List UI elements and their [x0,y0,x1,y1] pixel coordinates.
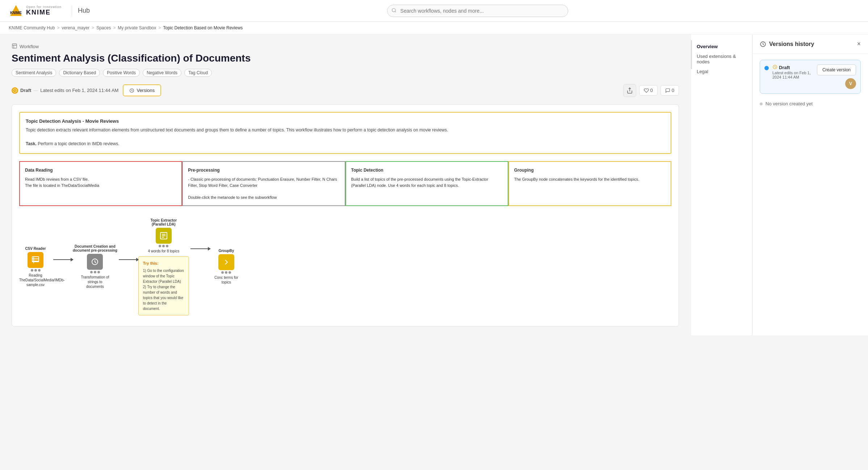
svg-text:KNIME: KNIME [10,11,22,14]
draft-separator: — [33,88,38,93]
workflow-canvas: Topic Detection Analysis - Movie Reviews… [12,104,679,327]
breadcrumb-sep-1: > [57,25,59,30]
pipeline-box-grouping: Grouping The GroupBy node concatenates t… [508,161,671,206]
tag-sentiment[interactable]: Sentiment Analysis [12,69,56,77]
no-version-text: No version created yet [766,101,813,106]
versions-button[interactable]: Versions [123,84,161,96]
node-topic-icon[interactable] [156,228,172,244]
version-info: Draft Latest edits on Feb 1, 2024 11:44 … [772,64,813,79]
breadcrumb-sep-4: > [158,25,161,30]
node-topic-extractor: Topic Extractor(Parallel LDA) 4 words fo… [148,218,179,253]
draft-label: Draft [20,88,31,93]
close-panel-button[interactable]: × [857,40,861,48]
pipeline-text-grouping: The GroupBy node concatenates the keywor… [514,176,666,182]
breadcrumb-item-hub[interactable]: KNIME Community Hub [9,25,55,30]
node-groupby-label: Conc terms for topics [210,275,243,285]
pipeline-title-reading: Data Reading [25,167,176,173]
try-this-box: Try this: 1) Go to the configuration win… [138,256,189,315]
search-input[interactable] [387,5,568,17]
logo-main-text: KNIME [26,9,62,16]
node-csv-reader-label: Reading TheData/SocialMedia/IMDb-sample.… [19,273,52,287]
comment-count: 0 [672,88,674,93]
pipeline-container: Data Reading Read IMDb reviews from a CS… [19,161,671,206]
tags-container: Sentiment Analysis Dictionary Based Posi… [12,69,679,77]
node-doc-dots [90,271,100,273]
node-doc-label-above: Document Creation anddocument pre-proces… [73,244,117,252]
tag-negative[interactable]: Negative Words [143,69,181,77]
create-version-button[interactable]: Create version [817,64,856,75]
node-csv-reader-label-above: CSV Reader [25,247,46,251]
page-title: Sentiment Analysis (Classification) of D… [12,52,679,64]
node-groupby-dots [221,271,231,274]
side-nav-indicator [691,40,692,69]
right-actions: 0 0 [623,84,679,97]
draft-date: Latest edits on Feb 1, 2024 11:44 AM [40,88,118,93]
share-icon-btn[interactable] [623,84,636,97]
side-nav-overview[interactable]: Overview [697,42,746,51]
draft-badge-text: Draft [779,65,790,70]
knime-logo-icon: KNIME [9,4,23,18]
logo: KNIME Open for Innovation KNIME [9,4,62,18]
dot-10 [221,271,224,274]
node-groupby-icon[interactable] [218,254,234,270]
like-button[interactable]: 0 [639,85,658,96]
history-icon [760,41,766,47]
pipeline-title-grouping: Grouping [514,167,666,173]
dot-3 [38,269,41,272]
draft-icon [12,87,18,94]
arrow-1 [53,259,71,274]
pipeline-title-detection: Topic Detection [351,167,503,173]
comment-button[interactable]: 0 [661,85,679,96]
description-box: Topic Detection Analysis - Movie Reviews… [19,112,671,154]
breadcrumb: KNIME Community Hub > verena_mayer > Spa… [0,22,868,34]
no-version-dot [760,102,763,105]
tag-positive[interactable]: Positive Words [103,69,140,77]
side-nav-legal[interactable]: Legal [697,67,746,76]
node-doc-icon[interactable] [87,254,103,270]
versions-btn-label: Versions [137,88,155,93]
side-nav: Overview Used extensions & nodes Legal [691,34,752,335]
version-date: Latest edits on Feb 1, 2024 11:44 AM [772,71,813,79]
workflow-icon [12,43,17,50]
try-title: Try this: [143,260,184,267]
pipeline-title-preprocessing: Pre-processing [188,167,339,173]
desc-text: Topic detection extracts relevant inform… [26,127,665,148]
breadcrumb-item-spaces[interactable]: Spaces [96,25,111,30]
workflow-type-label: Workflow [12,43,679,50]
tag-dictionary[interactable]: Dictionary Based [59,69,100,77]
version-actions: Create version V [817,64,856,89]
node-csv-reader-icon[interactable] [28,252,43,268]
node-doc-creation: Document Creation anddocument pre-proces… [73,244,117,289]
node-groupby: GroupBy Conc terms for topics [210,249,243,285]
no-version-item: No version created yet [760,98,861,109]
heart-icon [644,88,649,93]
breadcrumb-item-user[interactable]: verena_mayer [62,25,89,30]
workflow-type-text: Workflow [20,44,39,49]
node-groupby-label-above: GroupBy [218,249,234,253]
logo-sub-text: Open for Innovation [26,5,62,9]
breadcrumb-item-sandbox[interactable]: My private Sandbox [118,25,156,30]
actions-bar: Draft — Latest edits on Feb 1, 2024 11:4… [12,84,679,97]
search-bar [387,5,568,17]
breadcrumb-sep-3: > [113,25,116,30]
pipeline-text-preprocessing: - Classic pre-processing of documents: P… [188,176,339,200]
tag-tagcloud[interactable]: Tag Cloud [184,69,212,77]
pipeline-text-detection: Build a list of topics of the pre-proces… [351,176,503,188]
node-doc-label: Transformation of strings to documents [79,275,111,289]
svg-point-2 [392,8,395,12]
dot-8 [162,245,165,247]
svg-line-3 [395,11,396,12]
side-nav-extensions[interactable]: Used extensions & nodes [697,51,746,67]
pipeline-box-reading: Data Reading Read IMDb reviews from a CS… [19,161,182,206]
dot-4 [90,271,93,273]
draft-badge: Draft [772,64,813,71]
desc-task-label: Task. [26,141,37,146]
dot-12 [228,271,231,274]
versions-list: Draft Latest edits on Feb 1, 2024 11:44 … [752,54,868,115]
desc-p1: Topic detection extracts relevant inform… [26,127,448,133]
node-topic-label-above: Topic Extractor(Parallel LDA) [151,218,177,226]
dot-11 [225,271,227,274]
version-indicator [764,64,769,70]
pipeline-text-reading: Read IMDb reviews from a CSV file. The f… [25,176,176,188]
dot-5 [94,271,96,273]
